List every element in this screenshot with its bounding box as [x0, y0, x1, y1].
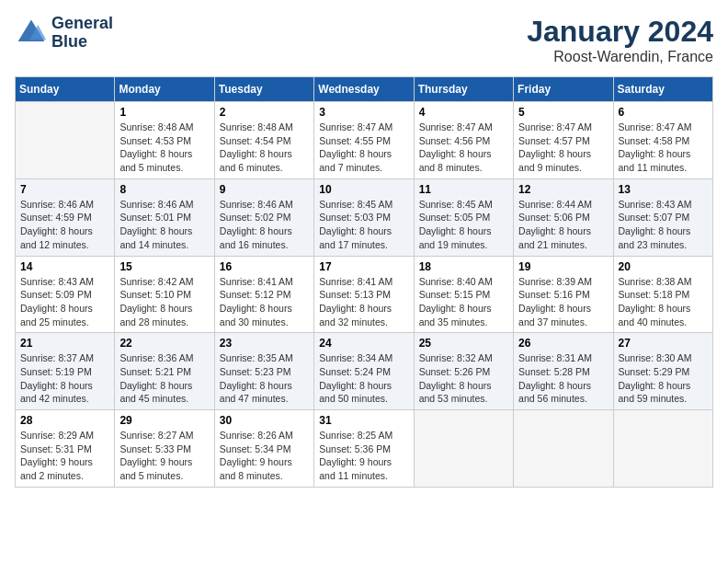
calendar-cell: 4Sunrise: 8:47 AM Sunset: 4:56 PM Daylig…	[414, 102, 513, 179]
calendar-cell: 9Sunrise: 8:46 AM Sunset: 5:02 PM Daylig…	[214, 178, 313, 256]
day-header-tuesday: Tuesday	[214, 77, 313, 102]
calendar-cell: 15Sunrise: 8:42 AM Sunset: 5:10 PM Dayli…	[115, 256, 214, 333]
day-info: Sunrise: 8:46 AM Sunset: 4:59 PM Dayligh…	[20, 198, 109, 252]
calendar-cell: 22Sunrise: 8:36 AM Sunset: 5:21 PM Dayli…	[115, 333, 214, 410]
calendar-cell	[414, 410, 513, 488]
day-info: Sunrise: 8:26 AM Sunset: 5:34 PM Dayligh…	[220, 429, 309, 483]
month-title: January 2024	[527, 15, 713, 49]
day-info: Sunrise: 8:47 AM Sunset: 4:58 PM Dayligh…	[619, 121, 708, 175]
day-number: 5	[518, 106, 608, 119]
calendar-cell	[613, 410, 712, 488]
calendar-cell	[16, 102, 115, 179]
day-info: Sunrise: 8:40 AM Sunset: 5:15 PM Dayligh…	[419, 275, 508, 329]
calendar-cell: 13Sunrise: 8:43 AM Sunset: 5:07 PM Dayli…	[613, 178, 712, 256]
calendar-table: SundayMondayTuesdayWednesdayThursdayFrid…	[15, 76, 713, 488]
day-number: 11	[419, 183, 508, 196]
day-number: 23	[220, 337, 309, 350]
day-info: Sunrise: 8:44 AM Sunset: 5:06 PM Dayligh…	[518, 198, 608, 252]
calendar-cell: 17Sunrise: 8:41 AM Sunset: 5:13 PM Dayli…	[314, 256, 414, 333]
calendar-cell: 26Sunrise: 8:31 AM Sunset: 5:28 PM Dayli…	[514, 333, 613, 410]
day-info: Sunrise: 8:46 AM Sunset: 5:02 PM Dayligh…	[220, 198, 309, 252]
day-number: 2	[220, 106, 309, 119]
day-number: 20	[619, 260, 708, 273]
day-info: Sunrise: 8:48 AM Sunset: 4:53 PM Dayligh…	[119, 121, 209, 175]
day-info: Sunrise: 8:48 AM Sunset: 4:54 PM Dayligh…	[220, 121, 309, 175]
day-number: 21	[20, 337, 109, 350]
day-info: Sunrise: 8:47 AM Sunset: 4:56 PM Dayligh…	[419, 121, 508, 175]
calendar-cell: 29Sunrise: 8:27 AM Sunset: 5:33 PM Dayli…	[115, 410, 214, 488]
day-info: Sunrise: 8:43 AM Sunset: 5:09 PM Dayligh…	[20, 275, 109, 329]
day-header-friday: Friday	[514, 77, 613, 102]
calendar-cell: 14Sunrise: 8:43 AM Sunset: 5:09 PM Dayli…	[16, 256, 115, 333]
day-header-sunday: Sunday	[16, 77, 115, 102]
logo-line2: Blue	[51, 33, 113, 52]
calendar-cell: 23Sunrise: 8:35 AM Sunset: 5:23 PM Dayli…	[214, 333, 313, 410]
day-info: Sunrise: 8:32 AM Sunset: 5:26 PM Dayligh…	[419, 351, 508, 406]
day-number: 22	[119, 337, 209, 350]
day-number: 31	[319, 414, 408, 427]
day-info: Sunrise: 8:39 AM Sunset: 5:16 PM Dayligh…	[518, 275, 608, 329]
day-info: Sunrise: 8:41 AM Sunset: 5:13 PM Dayligh…	[319, 275, 408, 329]
calendar-cell: 31Sunrise: 8:25 AM Sunset: 5:36 PM Dayli…	[314, 410, 414, 488]
day-info: Sunrise: 8:36 AM Sunset: 5:21 PM Dayligh…	[119, 351, 209, 406]
day-header-saturday: Saturday	[613, 77, 712, 102]
calendar-cell	[514, 410, 613, 488]
day-number: 25	[419, 337, 508, 350]
day-info: Sunrise: 8:42 AM Sunset: 5:10 PM Dayligh…	[119, 275, 209, 329]
calendar-cell: 7Sunrise: 8:46 AM Sunset: 4:59 PM Daylig…	[16, 178, 115, 256]
day-info: Sunrise: 8:34 AM Sunset: 5:24 PM Dayligh…	[319, 351, 408, 406]
calendar-row-2: 7Sunrise: 8:46 AM Sunset: 4:59 PM Daylig…	[16, 178, 713, 256]
calendar-cell: 21Sunrise: 8:37 AM Sunset: 5:19 PM Dayli…	[16, 333, 115, 410]
day-info: Sunrise: 8:31 AM Sunset: 5:28 PM Dayligh…	[518, 351, 608, 406]
page-header: General Blue January 2024 Roost-Warendin…	[15, 15, 713, 65]
day-info: Sunrise: 8:29 AM Sunset: 5:31 PM Dayligh…	[20, 429, 109, 483]
calendar-cell: 12Sunrise: 8:44 AM Sunset: 5:06 PM Dayli…	[514, 178, 613, 256]
day-info: Sunrise: 8:45 AM Sunset: 5:05 PM Dayligh…	[419, 198, 508, 252]
calendar-row-5: 28Sunrise: 8:29 AM Sunset: 5:31 PM Dayli…	[16, 410, 713, 488]
calendar-cell: 6Sunrise: 8:47 AM Sunset: 4:58 PM Daylig…	[613, 102, 712, 179]
day-info: Sunrise: 8:35 AM Sunset: 5:23 PM Dayligh…	[220, 351, 309, 406]
day-info: Sunrise: 8:27 AM Sunset: 5:33 PM Dayligh…	[119, 429, 209, 483]
calendar-cell: 19Sunrise: 8:39 AM Sunset: 5:16 PM Dayli…	[514, 256, 613, 333]
calendar-cell: 20Sunrise: 8:38 AM Sunset: 5:18 PM Dayli…	[613, 256, 712, 333]
day-number: 3	[319, 106, 408, 119]
calendar-cell: 11Sunrise: 8:45 AM Sunset: 5:05 PM Dayli…	[414, 178, 513, 256]
calendar-cell: 8Sunrise: 8:46 AM Sunset: 5:01 PM Daylig…	[115, 178, 214, 256]
day-number: 6	[619, 106, 708, 119]
day-number: 17	[319, 260, 408, 273]
day-info: Sunrise: 8:38 AM Sunset: 5:18 PM Dayligh…	[619, 275, 708, 329]
day-number: 28	[20, 414, 109, 427]
day-info: Sunrise: 8:43 AM Sunset: 5:07 PM Dayligh…	[619, 198, 708, 252]
calendar-cell: 5Sunrise: 8:47 AM Sunset: 4:57 PM Daylig…	[514, 102, 613, 179]
day-info: Sunrise: 8:41 AM Sunset: 5:12 PM Dayligh…	[220, 275, 309, 329]
calendar-cell: 27Sunrise: 8:30 AM Sunset: 5:29 PM Dayli…	[613, 333, 712, 410]
day-number: 24	[319, 337, 408, 350]
title-block: January 2024 Roost-Warendin, France	[527, 15, 713, 65]
day-info: Sunrise: 8:25 AM Sunset: 5:36 PM Dayligh…	[319, 429, 408, 483]
day-header-wednesday: Wednesday	[314, 77, 414, 102]
calendar-cell: 10Sunrise: 8:45 AM Sunset: 5:03 PM Dayli…	[314, 178, 414, 256]
day-info: Sunrise: 8:46 AM Sunset: 5:01 PM Dayligh…	[119, 198, 209, 252]
calendar-cell: 25Sunrise: 8:32 AM Sunset: 5:26 PM Dayli…	[414, 333, 513, 410]
logo: General Blue	[15, 15, 113, 52]
day-number: 9	[220, 183, 309, 196]
calendar-header-row: SundayMondayTuesdayWednesdayThursdayFrid…	[16, 77, 713, 102]
day-number: 29	[119, 414, 209, 427]
calendar-cell: 24Sunrise: 8:34 AM Sunset: 5:24 PM Dayli…	[314, 333, 414, 410]
day-info: Sunrise: 8:37 AM Sunset: 5:19 PM Dayligh…	[20, 351, 109, 406]
logo-line1: General	[51, 15, 113, 33]
day-number: 4	[419, 106, 508, 119]
calendar-cell: 28Sunrise: 8:29 AM Sunset: 5:31 PM Dayli…	[16, 410, 115, 488]
calendar-cell: 18Sunrise: 8:40 AM Sunset: 5:15 PM Dayli…	[414, 256, 513, 333]
day-number: 26	[518, 337, 608, 350]
day-header-thursday: Thursday	[414, 77, 513, 102]
day-number: 27	[619, 337, 708, 350]
calendar-cell: 3Sunrise: 8:47 AM Sunset: 4:55 PM Daylig…	[314, 102, 414, 179]
day-number: 19	[518, 260, 608, 273]
location: Roost-Warendin, France	[527, 49, 713, 65]
calendar-row-3: 14Sunrise: 8:43 AM Sunset: 5:09 PM Dayli…	[16, 256, 713, 333]
day-number: 7	[20, 183, 109, 196]
day-number: 15	[119, 260, 209, 273]
logo-icon	[15, 17, 48, 50]
calendar-row-1: 1Sunrise: 8:48 AM Sunset: 4:53 PM Daylig…	[16, 102, 713, 179]
